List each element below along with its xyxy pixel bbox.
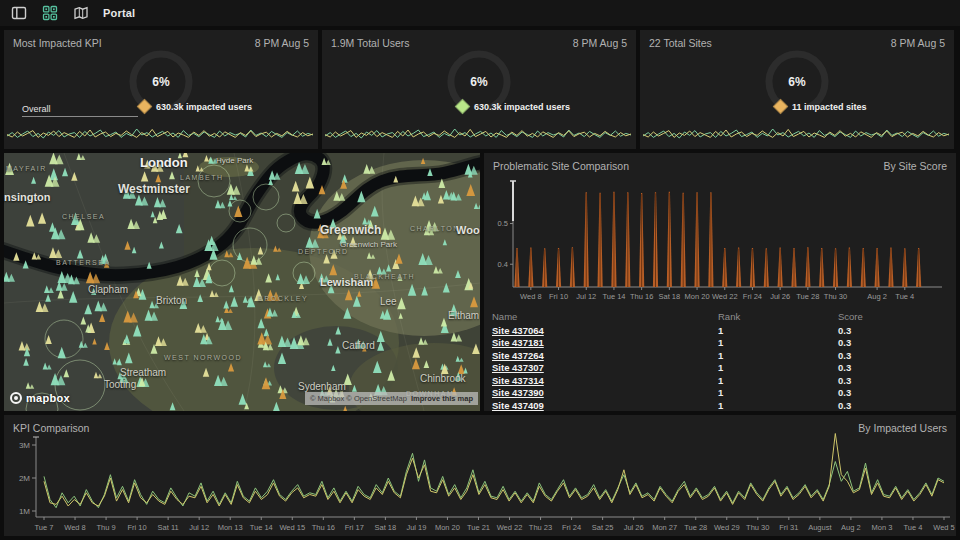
dashboard-grid-icon[interactable] (41, 5, 58, 22)
table-cell: 1 (718, 337, 838, 348)
y-tick-label: 0.4 (498, 260, 508, 269)
x-tick-label: Wed 22 (497, 523, 523, 532)
card-timestamp: 8 PM Aug 5 (573, 37, 627, 49)
improve-map-link[interactable]: Improve this map (411, 394, 473, 403)
map-label: WEST NORWOOD (164, 354, 242, 361)
card-most-impacted-kpi: Most Impacted KPI 8 PM Aug 5 6% Overall … (4, 30, 318, 149)
gauge-value: 6% (788, 75, 806, 89)
x-tick-label: Thu 16 (630, 292, 653, 301)
card-title: Most Impacted KPI (13, 37, 102, 49)
overall-kpi-link[interactable]: Overall (22, 104, 138, 117)
map-label: Brixton (156, 295, 187, 306)
table-cell: 1 (718, 375, 838, 386)
table-row: Site 43706410.3 (484, 324, 956, 337)
mapbox-logo[interactable]: mapbox (10, 392, 70, 404)
site-link[interactable]: Site 437181 (492, 337, 718, 348)
table-cell: 1 (718, 387, 838, 398)
x-tick-label: August (808, 523, 832, 532)
kpi-line-kpi-green (44, 453, 944, 507)
table-cell: 0.3 (838, 400, 948, 411)
x-tick-label: Thu 30 (824, 292, 847, 301)
map-label: Tooting (104, 379, 136, 390)
x-tick-label: Tue 14 (250, 523, 273, 532)
map-label: Chinbrook (420, 373, 467, 384)
x-tick-label: Thu 23 (529, 523, 552, 532)
mapbox-logo-icon (10, 392, 22, 404)
map-label: Kensington (4, 191, 51, 203)
map-label: MAYFAIR (6, 165, 47, 172)
site-link[interactable]: Site 437314 (492, 375, 718, 386)
map-label: Eltham (448, 310, 479, 321)
table-cell: 0.3 (838, 375, 948, 386)
x-tick-label: Jul 12 (189, 523, 209, 532)
table-row: Site 43718110.3 (484, 337, 956, 350)
map-attribution: © Mapbox © OpenStreetMap Improve this ma… (305, 392, 478, 405)
impact-marker-icon (137, 99, 153, 115)
table-cell: 0.3 (838, 337, 948, 348)
y-tick-label: 3M (19, 441, 30, 450)
map-label: Catford (342, 340, 375, 351)
problematic-site-panel: Problematic Site Comparison By Site Scor… (484, 153, 956, 411)
column-header: Score (838, 311, 948, 322)
map-label: Lee (380, 296, 397, 307)
x-tick-label: Jul 26 (770, 292, 790, 301)
site-link[interactable]: Site 437390 (492, 387, 718, 398)
card-sparkline-chart (7, 121, 313, 147)
card-total-users: 1.9M Total Users 8 PM Aug 5 6% 630.3k im… (322, 30, 636, 149)
kpi-comparison-panel: KPI Comparison By Impacted Users 3M2M1MT… (4, 415, 956, 536)
kpi-line-kpi-yellow (44, 434, 944, 507)
site-link[interactable]: Site 437064 (492, 325, 718, 336)
x-tick-label: Fri 17 (345, 523, 364, 532)
x-tick-label: Fri 24 (562, 523, 581, 532)
gauge-value: 6% (152, 75, 170, 89)
table-cell: 1 (718, 350, 838, 361)
top-bar: Portal (0, 0, 960, 26)
x-tick-label: Thu 30 (746, 523, 769, 532)
mapbox-logo-text: mapbox (26, 392, 70, 404)
london-map[interactable]: MAYFAIRHyde ParkLondonLAMBETHWestminster… (4, 153, 480, 411)
map-label: Greenwich Park (340, 240, 398, 249)
site-link[interactable]: Site 437307 (492, 362, 718, 373)
impact-marker: 11 impacted sites (775, 101, 867, 112)
impact-marker-label: 11 impacted sites (792, 102, 867, 112)
map-label: DEPTFORD (298, 248, 349, 255)
x-tick-label: Mon 20 (685, 292, 710, 301)
map-label: London (140, 155, 188, 170)
table-cell: 0.3 (838, 350, 948, 361)
table-row: Site 43739010.3 (484, 387, 956, 400)
table-cell: 0.3 (838, 387, 948, 398)
x-tick-label: Wed 29 (714, 523, 740, 532)
panel-toggle-icon[interactable] (10, 5, 27, 22)
map-label: Greenwich (320, 223, 381, 237)
card-total-sites: 22 Total Sites 8 PM Aug 5 6% 11 impacted… (640, 30, 954, 149)
x-tick-label: Tue 4 (904, 523, 923, 532)
map-view-icon[interactable] (72, 5, 89, 22)
impact-marker-icon (773, 99, 789, 115)
impact-marker: 630.3k impacted users (139, 101, 252, 112)
map-label: CHARLTON (410, 225, 460, 232)
x-tick-label: Jul 12 (576, 292, 596, 301)
map-label: CHELSEA (62, 213, 105, 220)
table-cell: 1 (718, 325, 838, 336)
map-canvas[interactable]: MAYFAIRHyde ParkLondonLAMBETHWestminster… (4, 153, 480, 411)
x-tick-label: Thu 16 (312, 523, 335, 532)
x-tick-label: Sat 18 (375, 523, 397, 532)
x-tick-label: Sat 11 (158, 523, 179, 532)
impact-marker: 630.3k impacted users (457, 101, 570, 112)
attribution-text: © Mapbox © OpenStreetMap (310, 394, 407, 403)
table-cell: 1 (718, 400, 838, 411)
y-tick-label: 1M (19, 507, 30, 516)
x-tick-label: Wed 22 (712, 292, 738, 301)
table-row: Site 43740910.3 (484, 399, 956, 411)
card-sparkline-chart (643, 121, 949, 147)
site-table: NameRankScoreSite 43706410.3Site 4371811… (484, 309, 956, 411)
map-label: Woolwich (456, 224, 480, 236)
x-tick-label: Aug 2 (867, 292, 887, 301)
site-link[interactable]: Site 437264 (492, 350, 718, 361)
x-tick-label: Tue 28 (796, 292, 819, 301)
dashboard-root: Portal Most Impacted KPI 8 PM Aug 5 6% O… (0, 0, 960, 540)
card-title: 1.9M Total Users (331, 37, 410, 49)
site-link[interactable]: Site 437409 (492, 400, 718, 411)
map-label: Sydenham (298, 381, 346, 392)
x-tick-label: Sat 25 (592, 523, 614, 532)
